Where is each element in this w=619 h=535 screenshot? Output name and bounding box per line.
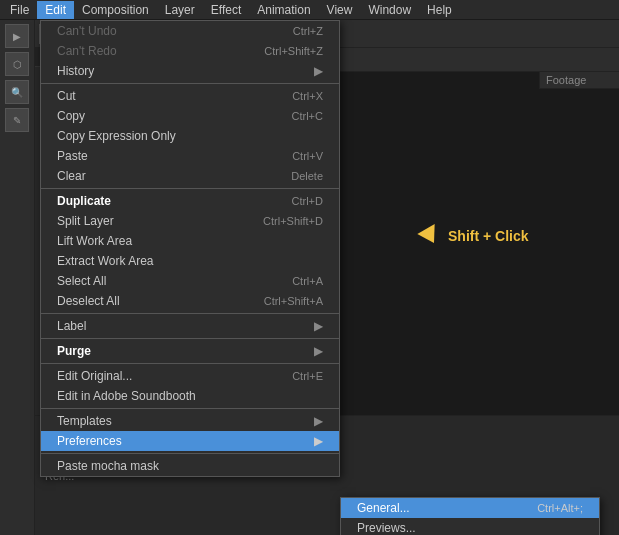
- separator-2: [41, 188, 339, 189]
- split-layer-label: Split Layer: [57, 214, 233, 228]
- menu-item-paste-mocha[interactable]: Paste mocha mask: [41, 456, 339, 476]
- menu-item-split-layer[interactable]: Split Layer Ctrl+Shift+D: [41, 211, 339, 231]
- pref-previews-label: Previews...: [357, 521, 583, 535]
- menu-composition[interactable]: Composition: [74, 1, 157, 19]
- purge-label: Purge: [57, 344, 304, 358]
- menu-item-edit-original[interactable]: Edit Original... Ctrl+E: [41, 366, 339, 386]
- menu-layer[interactable]: Layer: [157, 1, 203, 19]
- paste-mocha-label: Paste mocha mask: [57, 459, 323, 473]
- separator-7: [41, 453, 339, 454]
- select-all-label: Select All: [57, 274, 262, 288]
- menu-item-deselect-all[interactable]: Deselect All Ctrl+Shift+A: [41, 291, 339, 311]
- extract-work-area-label: Extract Work Area: [57, 254, 323, 268]
- edit-original-label: Edit Original...: [57, 369, 262, 383]
- cant-undo-shortcut: Ctrl+Z: [293, 25, 323, 37]
- cut-label: Cut: [57, 89, 262, 103]
- menu-item-purge[interactable]: Purge ▶: [41, 341, 339, 361]
- menu-item-extract-work-area[interactable]: Extract Work Area: [41, 251, 339, 271]
- clear-label: Clear: [57, 169, 261, 183]
- duplicate-label: Duplicate: [57, 194, 262, 208]
- menu-item-history[interactable]: History ▶: [41, 61, 339, 81]
- history-arrow: ▶: [314, 64, 323, 78]
- edit-menu: Can't Undo Ctrl+Z Can't Redo Ctrl+Shift+…: [40, 20, 340, 477]
- menu-item-select-all[interactable]: Select All Ctrl+A: [41, 271, 339, 291]
- clear-shortcut: Delete: [291, 170, 323, 182]
- separator-3: [41, 313, 339, 314]
- duplicate-shortcut: Ctrl+D: [292, 195, 323, 207]
- menu-file[interactable]: File: [2, 1, 37, 19]
- pref-general-label: General...: [357, 501, 507, 515]
- label-label: Label: [57, 319, 304, 333]
- menu-edit[interactable]: Edit: [37, 1, 74, 19]
- templates-label: Templates: [57, 414, 304, 428]
- footage-label: Footage: [539, 72, 619, 89]
- menu-item-copy[interactable]: Copy Ctrl+C: [41, 106, 339, 126]
- preferences-arrow: ▶: [314, 434, 323, 448]
- pref-previews[interactable]: Previews...: [341, 518, 599, 535]
- menu-item-label[interactable]: Label ▶: [41, 316, 339, 336]
- menu-item-cant-undo[interactable]: Can't Undo Ctrl+Z: [41, 21, 339, 41]
- preferences-label: Preferences: [57, 434, 304, 448]
- deselect-all-label: Deselect All: [57, 294, 234, 308]
- menu-item-cut[interactable]: Cut Ctrl+X: [41, 86, 339, 106]
- tool-icon-3[interactable]: 🔍: [5, 80, 29, 104]
- label-arrow: ▶: [314, 319, 323, 333]
- menu-item-paste[interactable]: Paste Ctrl+V: [41, 146, 339, 166]
- select-all-shortcut: Ctrl+A: [292, 275, 323, 287]
- copy-expression-label: Copy Expression Only: [57, 129, 323, 143]
- tool-icon-2[interactable]: ⬡: [5, 52, 29, 76]
- separator-5: [41, 363, 339, 364]
- history-label: History: [57, 64, 304, 78]
- menu-item-cant-redo[interactable]: Can't Redo Ctrl+Shift+Z: [41, 41, 339, 61]
- cut-shortcut: Ctrl+X: [292, 90, 323, 102]
- cant-undo-label: Can't Undo: [57, 24, 263, 38]
- separator-6: [41, 408, 339, 409]
- lift-work-area-label: Lift Work Area: [57, 234, 323, 248]
- menu-bar: File Edit Composition Layer Effect Anima…: [0, 0, 619, 20]
- templates-arrow: ▶: [314, 414, 323, 428]
- menu-effect[interactable]: Effect: [203, 1, 249, 19]
- cant-redo-label: Can't Redo: [57, 44, 234, 58]
- menu-item-templates[interactable]: Templates ▶: [41, 411, 339, 431]
- tool-icon-1[interactable]: ▶: [5, 24, 29, 48]
- menu-item-duplicate[interactable]: Duplicate Ctrl+D: [41, 191, 339, 211]
- preferences-submenu: General... Ctrl+Alt+; Previews... Displa…: [340, 497, 600, 535]
- edit-soundbooth-label: Edit in Adobe Soundbooth: [57, 389, 323, 403]
- separator-1: [41, 83, 339, 84]
- menu-item-preferences[interactable]: Preferences ▶: [41, 431, 339, 451]
- menu-help[interactable]: Help: [419, 1, 460, 19]
- copy-label: Copy: [57, 109, 262, 123]
- menu-item-edit-soundbooth[interactable]: Edit in Adobe Soundbooth: [41, 386, 339, 406]
- menu-item-clear[interactable]: Clear Delete: [41, 166, 339, 186]
- left-toolbar: ▶ ⬡ 🔍 ✎: [0, 20, 35, 535]
- menu-item-copy-expression[interactable]: Copy Expression Only: [41, 126, 339, 146]
- split-layer-shortcut: Ctrl+Shift+D: [263, 215, 323, 227]
- menu-view[interactable]: View: [319, 1, 361, 19]
- pref-general-shortcut: Ctrl+Alt+;: [537, 502, 583, 514]
- purge-arrow: ▶: [314, 344, 323, 358]
- deselect-all-shortcut: Ctrl+Shift+A: [264, 295, 323, 307]
- separator-4: [41, 338, 339, 339]
- pref-general[interactable]: General... Ctrl+Alt+;: [341, 498, 599, 518]
- menu-animation[interactable]: Animation: [249, 1, 318, 19]
- menu-item-lift-work-area[interactable]: Lift Work Area: [41, 231, 339, 251]
- tool-icon-4[interactable]: ✎: [5, 108, 29, 132]
- paste-label: Paste: [57, 149, 262, 163]
- menu-window[interactable]: Window: [360, 1, 419, 19]
- edit-original-shortcut: Ctrl+E: [292, 370, 323, 382]
- cant-redo-shortcut: Ctrl+Shift+Z: [264, 45, 323, 57]
- copy-shortcut: Ctrl+C: [292, 110, 323, 122]
- paste-shortcut: Ctrl+V: [292, 150, 323, 162]
